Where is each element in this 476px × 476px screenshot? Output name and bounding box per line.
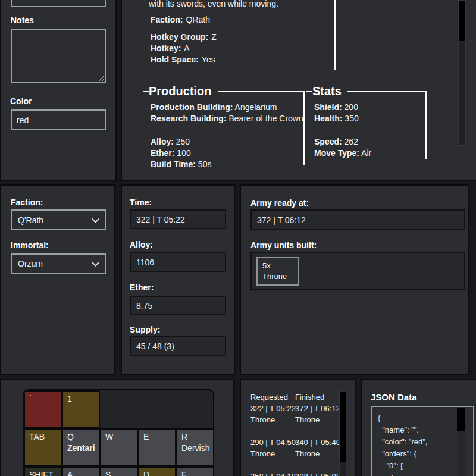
speed-value: 262 bbox=[345, 137, 358, 146]
key-label: R bbox=[181, 432, 187, 441]
immortal-select[interactable]: Orzum bbox=[11, 253, 106, 274]
queue-entry-requested-time: 258 | T 04:18 bbox=[250, 472, 296, 476]
ether-cost-row: Ether: 100 bbox=[151, 148, 303, 159]
panel-setup: Faction: Q'Rath Immortal: Orzum bbox=[0, 184, 115, 375]
ether-input[interactable] bbox=[130, 296, 226, 315]
faction-select[interactable]: Q'Rath bbox=[11, 209, 106, 230]
key-label: ` bbox=[29, 394, 32, 403]
panel-build-queue: Requested Finished 322 | T 05:22 372 | T… bbox=[240, 379, 356, 476]
queue-entry-finished-time: 372 | T 06:12 bbox=[295, 404, 340, 413]
key-label: SHIFT bbox=[29, 470, 53, 476]
key-unit-assignment: Dervish bbox=[181, 443, 209, 453]
supply-input[interactable] bbox=[130, 336, 226, 356]
immortal-select-label: Immortal: bbox=[11, 240, 49, 250]
key-label: Q bbox=[67, 432, 74, 441]
key-r[interactable]: R Dervish bbox=[176, 428, 214, 466]
ether-label: Ether: bbox=[130, 283, 154, 292]
json-data-editor[interactable]: { "name": "", "color": "red", "orders": … bbox=[371, 406, 474, 476]
key-d[interactable]: D bbox=[138, 466, 176, 476]
key-tab[interactable]: TAB bbox=[24, 428, 62, 466]
production-section: Production Production Building: Angelari… bbox=[143, 84, 305, 165]
alloy-input[interactable] bbox=[130, 252, 226, 272]
panel-unit-details: with its swords, even while moving. Fact… bbox=[121, 0, 476, 181]
alloy-label: Alloy: bbox=[130, 240, 153, 249]
hotkey-keyboard-grid: ` 1 TAB Q Zentari W E R Dervish bbox=[23, 389, 214, 476]
move-type-label: Move Type: bbox=[314, 148, 359, 158]
key-label: TAB bbox=[29, 432, 45, 441]
build-time-label: Build Time: bbox=[151, 159, 196, 169]
health-row: Health: 350 bbox=[314, 113, 425, 124]
key-1[interactable]: 1 bbox=[62, 390, 100, 428]
build-queue-scrollbar-thumb[interactable] bbox=[340, 392, 346, 462]
unit-hold-space-label: Hold Space: bbox=[151, 55, 199, 64]
ether-cost-label: Ether: bbox=[151, 148, 174, 158]
build-queue-scrollbar-track[interactable] bbox=[339, 391, 346, 476]
key-label: D bbox=[143, 470, 149, 476]
army-ready-input[interactable] bbox=[250, 209, 465, 230]
notes-textarea[interactable] bbox=[11, 29, 106, 83]
supply-label: Supply: bbox=[130, 325, 160, 334]
key-s[interactable]: S bbox=[100, 466, 138, 476]
color-label: Color bbox=[10, 96, 32, 106]
unit-name-input[interactable] bbox=[11, 0, 106, 7]
panel-unit-editor: Notes Color bbox=[0, 0, 117, 181]
json-scrollbar-track[interactable] bbox=[457, 408, 465, 476]
unit-faction-row: Faction:QRath bbox=[151, 15, 210, 24]
key-label: F bbox=[181, 470, 187, 476]
alloy-cost-value: 250 bbox=[176, 137, 190, 146]
unit-hotkey-group-row: Hotkey Group:Z bbox=[151, 32, 217, 42]
key-label: W bbox=[105, 432, 113, 441]
key-label: E bbox=[143, 432, 149, 441]
unit-hold-space-value: Yes bbox=[202, 55, 215, 64]
stats-section-title: Stats bbox=[312, 84, 347, 98]
key-backtick[interactable]: ` bbox=[24, 390, 62, 428]
queue-entry-finished-unit: Throne bbox=[295, 415, 320, 424]
build-time-row: Build Time: 50s bbox=[151, 159, 303, 170]
unit-description-text: with its swords, even while moving. bbox=[149, 0, 278, 8]
key-label: 1 bbox=[67, 394, 72, 403]
queue-finished-header: Finished bbox=[295, 393, 324, 402]
keyboard-empty-area bbox=[100, 390, 214, 428]
color-input[interactable] bbox=[11, 109, 106, 130]
research-building-label: Research Building: bbox=[151, 114, 227, 123]
alloy-cost-row: Alloy: 250 bbox=[151, 136, 303, 148]
json-scrollbar-thumb[interactable] bbox=[457, 408, 465, 431]
unit-hold-space-row: Hold Space:Yes bbox=[151, 55, 215, 64]
key-q[interactable]: Q Zentari bbox=[62, 428, 100, 466]
build-time-value: 50s bbox=[198, 159, 212, 169]
alloy-cost-label: Alloy: bbox=[151, 137, 174, 146]
ether-cost-value: 100 bbox=[177, 148, 190, 158]
key-e[interactable]: E bbox=[138, 428, 176, 466]
shield-row: Shield: 200 bbox=[314, 102, 425, 113]
json-code-text: { "name": "", "color": "red", "orders": … bbox=[378, 412, 427, 476]
notes-label: Notes bbox=[11, 15, 34, 25]
production-building-value: Angelarium bbox=[235, 102, 277, 112]
key-unit-assignment: Zentari bbox=[67, 443, 95, 453]
unit-hotkey-group-label: Hotkey Group: bbox=[151, 32, 208, 42]
army-ready-label: Army ready at: bbox=[250, 198, 309, 208]
panel-resources: Time: Alloy: Ether: Supply: bbox=[121, 184, 235, 375]
unit-hotkey-row: Hotkey:A bbox=[151, 43, 190, 53]
production-building-label: Production Building: bbox=[151, 102, 233, 112]
section-divider-line bbox=[334, 0, 336, 70]
queue-entry-requested-unit: Throne bbox=[250, 449, 275, 458]
shield-label: Shield: bbox=[314, 102, 342, 112]
key-f[interactable]: F bbox=[176, 466, 214, 476]
time-input[interactable] bbox=[130, 209, 226, 229]
research-building-value: Bearer of the Crown bbox=[228, 114, 303, 123]
unit-faction-label: Faction: bbox=[151, 15, 183, 24]
key-label: A bbox=[67, 470, 73, 476]
queue-entry-finished-unit: Throne bbox=[295, 449, 320, 458]
key-shift[interactable]: SHIFT bbox=[24, 466, 62, 476]
key-w[interactable]: W bbox=[100, 428, 138, 466]
unit-faction-value: QRath bbox=[186, 15, 209, 24]
speed-label: Speed: bbox=[314, 137, 342, 146]
unit-details-scrollbar-track[interactable] bbox=[458, 0, 466, 146]
panel-army: Army ready at: Army units built: 5x Thro… bbox=[240, 184, 469, 375]
queue-entry-finished-time: 340 | T 05:40 bbox=[295, 438, 340, 447]
stats-section: Stats Shield: 200 Health: 350 Speed: 262… bbox=[306, 84, 427, 159]
health-value: 350 bbox=[345, 114, 358, 123]
key-a[interactable]: A bbox=[62, 466, 100, 476]
unit-details-scrollbar-thumb[interactable] bbox=[459, 1, 465, 41]
shield-value: 200 bbox=[345, 102, 358, 112]
